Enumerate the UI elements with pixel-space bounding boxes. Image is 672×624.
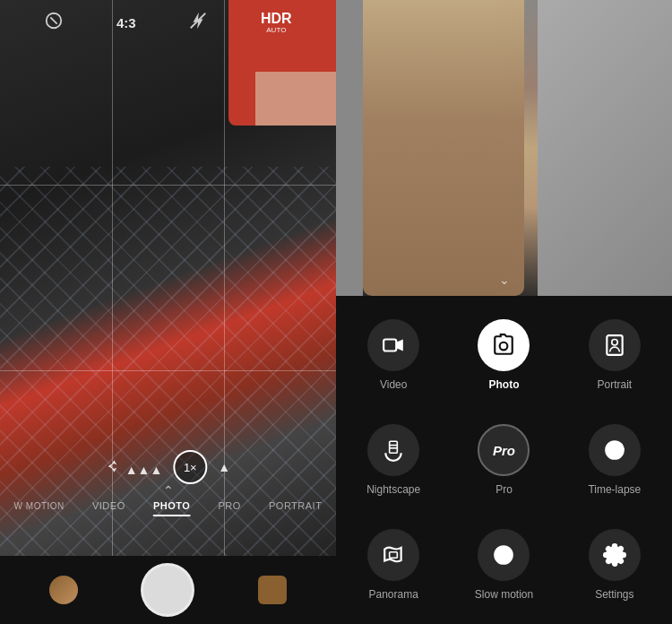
- tab-video[interactable]: VIDEO: [87, 497, 131, 515]
- svg-rect-13: [390, 552, 398, 559]
- zoom-in-icon[interactable]: ▲: [218, 460, 230, 474]
- gallery-thumbnail[interactable]: [49, 576, 78, 604]
- zoom-level-button[interactable]: 1×: [173, 450, 207, 484]
- mode-item-photo[interactable]: Photo: [451, 305, 556, 405]
- photo-mode-icon: [478, 319, 530, 371]
- slowmotion-mode-label: Slow motion: [475, 588, 533, 601]
- slowmotion-mode-icon: [478, 529, 530, 581]
- zoom-controls: ▲▲▲ 1× ▲: [106, 450, 230, 484]
- mode-tabs-bar: W MOTION VIDEO PHOTO PRO PORTRAIT: [0, 490, 336, 522]
- flash-icon[interactable]: [188, 11, 208, 35]
- nightscape-mode-label: Nightscape: [366, 483, 420, 496]
- svg-point-8: [612, 340, 618, 346]
- timer-icon[interactable]: [44, 11, 64, 35]
- mode-item-pro[interactable]: Pro Pro: [451, 410, 556, 510]
- svg-marker-5: [396, 340, 403, 351]
- timelapse-mode-icon: [589, 424, 641, 476]
- tab-photo[interactable]: PHOTO: [148, 497, 195, 515]
- camera-viewfinder-panel: 4:3 HDR AUTO ▲▲▲: [0, 0, 336, 624]
- shutter-button[interactable]: [141, 563, 194, 617]
- svg-line-1: [51, 17, 57, 23]
- wall-right: [538, 0, 672, 296]
- shutter-button-container: [141, 563, 194, 617]
- camera-controls-bar: [0, 556, 336, 624]
- zoom-out-icon[interactable]: ▲▲▲: [106, 458, 162, 477]
- portrait-mode-label: Portrait: [597, 378, 632, 391]
- mode-preview-image: ⌄: [336, 0, 672, 296]
- video-mode-icon: [367, 319, 419, 371]
- settings-mode-icon: [589, 529, 641, 581]
- pro-mode-icon: Pro: [478, 424, 530, 476]
- mode-thumbnail[interactable]: [258, 576, 287, 604]
- mode-item-nightscape[interactable]: Nightscape: [340, 410, 446, 510]
- chevron-down-icon: ⌄: [499, 273, 510, 287]
- mode-item-portrait[interactable]: Portrait: [562, 305, 668, 405]
- mode-selection-panel: ⌄ Video Photo: [336, 0, 672, 624]
- tab-portrait[interactable]: PORTRAIT: [263, 497, 327, 515]
- wall-left: [336, 0, 363, 296]
- tab-slow-motion[interactable]: W MOTION: [9, 498, 70, 515]
- svg-rect-4: [383, 340, 396, 351]
- pro-text: Pro: [493, 443, 515, 458]
- mode-item-slowmotion[interactable]: Slow motion: [451, 515, 556, 615]
- mode-item-timelapse[interactable]: Time-lapse: [562, 410, 668, 510]
- hdr-button[interactable]: HDR AUTO: [261, 12, 292, 34]
- mode-item-settings[interactable]: Settings: [562, 515, 668, 615]
- pro-mode-label: Pro: [495, 483, 513, 496]
- settings-mode-label: Settings: [595, 588, 633, 601]
- aspect-ratio-icon[interactable]: 4:3: [116, 15, 136, 30]
- mode-item-video[interactable]: Video: [340, 305, 446, 405]
- svg-point-6: [500, 342, 508, 351]
- camera-viewfinder: 4:3 HDR AUTO ▲▲▲: [0, 0, 336, 556]
- panorama-mode-icon: [367, 529, 419, 581]
- mode-item-panorama[interactable]: Panorama: [340, 515, 446, 615]
- tab-pro[interactable]: PRO: [212, 497, 246, 515]
- camera-status-bar: 4:3 HDR AUTO: [0, 0, 336, 45]
- nightscape-mode-icon: [367, 424, 419, 476]
- svg-rect-9: [390, 441, 398, 453]
- photo-mode-label: Photo: [488, 378, 519, 391]
- panorama-mode-label: Panorama: [368, 588, 418, 601]
- mode-grid: Video Photo Portrait: [336, 296, 672, 624]
- portrait-mode-icon: [589, 319, 641, 371]
- timelapse-mode-label: Time-lapse: [588, 483, 641, 496]
- video-mode-label: Video: [380, 378, 407, 391]
